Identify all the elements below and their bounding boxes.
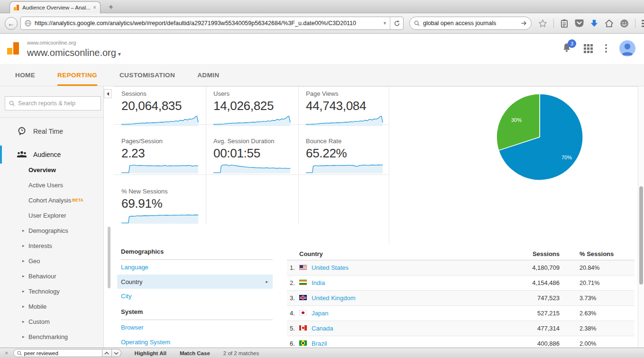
tab-customisation[interactable]: CUSTOMISATION [120, 64, 175, 86]
flag-uk-icon [299, 295, 307, 300]
expand-arrow-icon: ▸ [22, 334, 25, 339]
hello-chat-icon[interactable] [620, 19, 629, 28]
back-button[interactable]: ← [5, 17, 18, 30]
browser-toolbar: ← ▼ [0, 13, 644, 34]
google-apps-icon[interactable] [584, 44, 593, 53]
country-link[interactable]: Brazil [312, 340, 505, 347]
country-link[interactable]: Canada [312, 325, 505, 332]
sidebar-item-cohort-analysis[interactable]: Cohort AnalysisBETA [0, 193, 104, 208]
metric-card-avg-duration[interactable]: Avg. Session Duration 00:01:55 [206, 124, 298, 174]
sidebar-search-input[interactable] [18, 100, 97, 107]
url-dropdown-icon[interactable]: ▼ [380, 21, 390, 26]
property-selector[interactable]: www.omicsonline.org▾ [27, 47, 121, 58]
toolbar-icons [538, 18, 644, 28]
sidebar-search-box[interactable] [5, 96, 101, 110]
menu-hamburger-icon[interactable] [642, 20, 644, 27]
web-search-input[interactable] [423, 20, 521, 27]
sidebar-collapse-button[interactable] [104, 89, 111, 98]
realtime-clock-icon [16, 127, 28, 136]
highlight-all-button[interactable]: Highlight All [135, 350, 166, 356]
metric-label: Sessions [121, 90, 206, 97]
column-header-pct-sessions[interactable]: % Sessions [560, 250, 635, 257]
sessions-value: 527,215 [505, 310, 560, 317]
find-previous-button[interactable] [102, 349, 112, 357]
metric-card-bounce-rate[interactable]: Bounce Rate 65.22% [298, 124, 389, 174]
column-header-country[interactable]: Country [299, 250, 505, 257]
country-link[interactable]: India [312, 279, 505, 286]
active-section-indicator [0, 146, 2, 164]
match-case-button[interactable]: Match Case [180, 350, 210, 356]
sidebar-item-benchmarking[interactable]: ▸Benchmarking [0, 329, 104, 344]
tab-close-icon[interactable]: × [93, 4, 96, 11]
tab-bar: Audience Overview – Anal... × + [0, 0, 644, 13]
metric-card-new-sessions[interactable]: % New Sessions 69.91% [114, 174, 206, 224]
metric-card-users[interactable]: Users 14,026,825 [206, 86, 298, 127]
page-scrollbar[interactable] [638, 86, 644, 348]
sidebar-item-technology[interactable]: ▸Technology [0, 284, 104, 299]
sidebar: Real Time Audience [0, 86, 114, 348]
metric-card-pages-session[interactable]: Pages/Session 2.23 [114, 124, 206, 174]
sidebar-item-demographics[interactable]: ▸Demographics [0, 223, 104, 238]
findbar-close-icon[interactable]: × [5, 349, 9, 357]
sidebar-item-interests[interactable]: ▸Interests [0, 238, 104, 253]
metric-value: 69.91% [121, 196, 206, 211]
rank: 4. [290, 310, 299, 317]
sidebar-item-active-users[interactable]: Active Users [0, 177, 104, 193]
arrow-right-icon: ▸ [266, 279, 268, 284]
download-icon[interactable] [590, 19, 598, 28]
demographics-link-city[interactable]: City [121, 289, 273, 303]
expand-arrow-icon: ▸ [22, 319, 25, 324]
home-icon[interactable] [605, 19, 614, 28]
flag-india-icon [299, 280, 307, 285]
audience-people-icon [16, 151, 28, 158]
country-link[interactable]: Japan [312, 310, 505, 317]
column-header-sessions[interactable]: Sessions [505, 250, 560, 257]
beta-badge: BETA [72, 198, 83, 202]
sidebar-item-label: Audience [33, 151, 61, 158]
bookmark-star-icon[interactable] [538, 19, 547, 28]
scrollbar-thumb[interactable] [639, 186, 643, 285]
notification-count-badge: 3 [568, 39, 576, 48]
find-field[interactable] [13, 349, 102, 357]
find-next-button[interactable] [112, 349, 121, 357]
pocket-icon[interactable] [575, 19, 584, 28]
tab-admin[interactable]: ADMIN [197, 64, 219, 86]
system-link-browser[interactable]: Browser [121, 320, 273, 335]
sidebar-item-custom[interactable]: ▸Custom [0, 314, 104, 329]
user-avatar[interactable] [619, 40, 635, 56]
report-content: Real Time Audience [0, 86, 644, 348]
pie-label-70: 70% [561, 155, 572, 160]
bookmarks-clipboard-icon[interactable] [560, 19, 569, 28]
sidebar-item-overview[interactable]: Overview [0, 162, 104, 177]
find-input[interactable] [24, 350, 99, 356]
sidebar-item-mobile[interactable]: ▸Mobile [0, 299, 104, 314]
demographics-link-country[interactable]: Country ▸ [117, 275, 273, 289]
sidebar-item-geo[interactable]: ▸Geo [0, 253, 104, 268]
url-input[interactable] [35, 20, 380, 27]
country-link[interactable]: United States [312, 264, 505, 271]
metric-card-pageviews[interactable]: Page Views 44,743,084 [298, 86, 389, 127]
sidebar-item-user-explorer[interactable]: User Explorer [0, 208, 104, 223]
country-link[interactable]: United Kingdom [312, 294, 505, 302]
search-go-icon[interactable] [521, 20, 527, 27]
sidebar-scrollbar[interactable] [108, 227, 110, 288]
sidebar-item-behaviour[interactable]: ▸Behaviour [0, 268, 104, 284]
metric-value: 2.23 [121, 146, 206, 161]
property-name: www.omicsonline.org [27, 47, 116, 58]
new-tab-button[interactable]: + [105, 3, 117, 11]
sessions-pie-chart[interactable]: 30% 70% [495, 92, 585, 182]
tab-home[interactable]: HOME [15, 64, 35, 86]
browser-tab[interactable]: Audience Overview – Anal... × [9, 1, 101, 13]
sidebar-item-realtime[interactable]: Real Time [0, 122, 104, 140]
web-search-field[interactable] [409, 17, 532, 30]
reload-button[interactable] [390, 17, 403, 29]
demographics-link-language[interactable]: Language [121, 260, 273, 275]
sidebar-item-audience[interactable]: Audience [0, 146, 104, 164]
pct-value: 20.71% [580, 280, 599, 286]
notifications-button[interactable]: 3 [562, 43, 571, 55]
metric-card-sessions[interactable]: Sessions 20,064,835 [114, 86, 206, 127]
url-bar[interactable]: ▼ [20, 17, 404, 30]
tab-reporting[interactable]: REPORTING [57, 64, 97, 86]
overflow-menu-icon[interactable] [605, 44, 607, 53]
metric-value: 20,064,835 [121, 99, 206, 113]
